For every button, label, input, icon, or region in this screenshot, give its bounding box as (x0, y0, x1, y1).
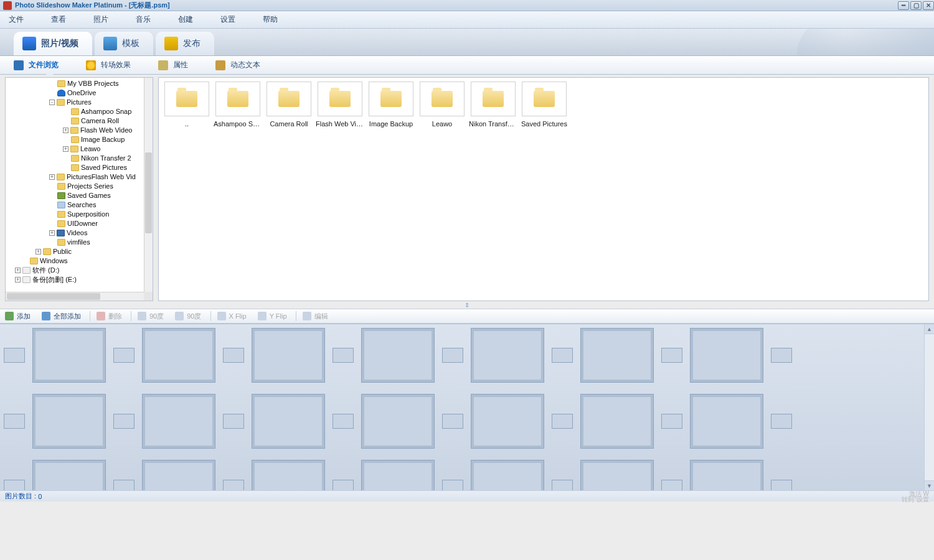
timeline-body[interactable] (0, 324, 924, 490)
minimize-button[interactable]: ━ (898, 1, 909, 10)
transition-slot[interactable] (661, 348, 682, 363)
menu-create[interactable]: 创建 (178, 14, 193, 25)
tab-templates[interactable]: 模板 (95, 32, 153, 55)
expand-toggle[interactable]: + (49, 230, 55, 236)
folder-item[interactable]: Flash Web Vide... (314, 82, 366, 128)
transition-slot[interactable] (113, 480, 134, 490)
tree-node[interactable]: +软件 (D:) (8, 266, 144, 275)
photo-slot[interactable] (580, 328, 654, 383)
folder-item[interactable]: .. (161, 82, 212, 128)
menu-file[interactable]: 文件 (9, 14, 24, 25)
tree-horizontal-scrollbar[interactable] (6, 292, 144, 301)
transition-slot[interactable] (223, 480, 244, 490)
scroll-up-button[interactable]: ▲ (925, 324, 934, 334)
scroll-down-button[interactable]: ▼ (925, 480, 934, 490)
folder-icon-grid[interactable]: ..Ashampoo Sna...Camera RollFlash Web Vi… (159, 78, 928, 133)
tree-node[interactable]: Projects Series (8, 182, 144, 191)
transition-slot[interactable] (442, 414, 463, 429)
folder-item[interactable]: Nikon Transfer 2 (468, 82, 519, 128)
edit-button[interactable]: 编辑 (303, 312, 328, 321)
subtab-browse[interactable]: 文件浏览 (0, 56, 72, 74)
subtab-properties[interactable]: 属性 (144, 56, 202, 74)
menu-help[interactable]: 帮助 (263, 14, 278, 25)
folder-item[interactable]: Camera Roll (263, 82, 314, 128)
transition-slot[interactable] (4, 414, 25, 429)
transition-slot[interactable] (4, 348, 25, 363)
transition-slot[interactable] (442, 348, 463, 363)
tree-node[interactable]: vimfiles (8, 238, 144, 247)
maximize-button[interactable]: ▢ (910, 1, 922, 10)
expand-toggle[interactable]: + (63, 146, 68, 152)
photo-slot[interactable] (32, 394, 106, 449)
transition-slot[interactable] (113, 414, 134, 429)
tree-node[interactable]: Ashampoo Snap (8, 107, 144, 116)
photo-slot[interactable] (471, 394, 544, 449)
tree-node[interactable]: Image Backup (8, 135, 144, 144)
folder-item[interactable]: Image Backup (366, 82, 417, 128)
transition-slot[interactable] (771, 480, 792, 490)
tree-node[interactable]: +备份[勿删] (E:) (8, 275, 144, 284)
menu-photo[interactable]: 照片 (93, 14, 108, 25)
menu-view[interactable]: 查看 (51, 14, 66, 25)
timeline-vertical-scrollbar[interactable]: ▲ ▼ (924, 324, 934, 490)
photo-slot[interactable] (690, 394, 763, 449)
expand-toggle[interactable]: - (49, 100, 55, 105)
tree-node[interactable]: Nikon Transfer 2 (8, 154, 144, 163)
transition-slot[interactable] (661, 414, 682, 429)
expand-toggle[interactable]: + (15, 277, 21, 282)
photo-slot[interactable] (252, 328, 325, 383)
folder-item[interactable]: Saved Pictures (519, 82, 570, 128)
rotate-right-button[interactable]: 90度 (175, 312, 201, 321)
photo-slot[interactable] (252, 460, 325, 490)
close-button[interactable]: ✕ (923, 1, 934, 10)
transition-slot[interactable] (771, 414, 792, 429)
photo-slot[interactable] (361, 460, 435, 490)
subtab-dynamic-text[interactable]: 动态文本 (202, 56, 274, 74)
transition-slot[interactable] (113, 348, 134, 363)
transition-slot[interactable] (771, 348, 792, 363)
tree-node[interactable]: +Flash Web Video (8, 126, 144, 135)
transition-slot[interactable] (223, 348, 244, 363)
rotate-left-button[interactable]: 90度 (138, 312, 164, 321)
y-flip-button[interactable]: Y Flip (258, 312, 287, 320)
transition-slot[interactable] (4, 480, 25, 490)
add-button[interactable]: 添加 (5, 312, 31, 321)
tree-node[interactable]: +PicturesFlash Web Vid (8, 172, 144, 182)
add-all-button[interactable]: 全部添加 (42, 312, 81, 321)
transition-slot[interactable] (442, 480, 463, 490)
tree-node[interactable]: Superposition (8, 210, 144, 219)
horizontal-splitter[interactable]: ⇕ (0, 301, 934, 309)
photo-slot[interactable] (32, 328, 106, 383)
photo-slot[interactable] (361, 394, 435, 449)
expand-toggle[interactable]: + (15, 268, 21, 273)
photo-slot[interactable] (361, 328, 435, 383)
photo-slot[interactable] (142, 328, 215, 383)
photo-slot[interactable] (252, 394, 325, 449)
tree-node[interactable]: Searches (8, 200, 144, 210)
expand-toggle[interactable]: + (49, 174, 55, 180)
expand-toggle[interactable]: + (35, 249, 41, 254)
photo-slot[interactable] (580, 460, 654, 490)
photo-slot[interactable] (32, 460, 106, 490)
tree-node[interactable]: -Pictures (8, 98, 144, 107)
photo-slot[interactable] (690, 328, 763, 383)
transition-slot[interactable] (661, 480, 682, 490)
transition-slot[interactable] (333, 414, 354, 429)
tree-node[interactable]: Saved Games (8, 191, 144, 200)
folder-tree[interactable]: My VBB ProjectsOneDrive-PicturesAshampoo… (6, 78, 144, 292)
x-flip-button[interactable]: X Flip (217, 312, 247, 320)
transition-slot[interactable] (552, 480, 573, 490)
tree-node[interactable]: Saved Pictures (8, 163, 144, 172)
tree-node[interactable]: +Leawo (8, 144, 144, 154)
tree-node[interactable]: Windows (8, 256, 144, 266)
tree-node[interactable]: +Public (8, 247, 144, 256)
folder-item[interactable]: Leawo (417, 82, 468, 128)
tab-publish[interactable]: 发布 (156, 32, 214, 55)
tree-node[interactable]: My VBB Projects (8, 79, 144, 88)
photo-slot[interactable] (471, 460, 544, 490)
photo-slot[interactable] (142, 460, 215, 490)
photo-slot[interactable] (690, 460, 763, 490)
tree-node[interactable]: OneDrive (8, 88, 144, 98)
photo-slot[interactable] (580, 394, 654, 449)
photo-slot[interactable] (142, 394, 215, 449)
